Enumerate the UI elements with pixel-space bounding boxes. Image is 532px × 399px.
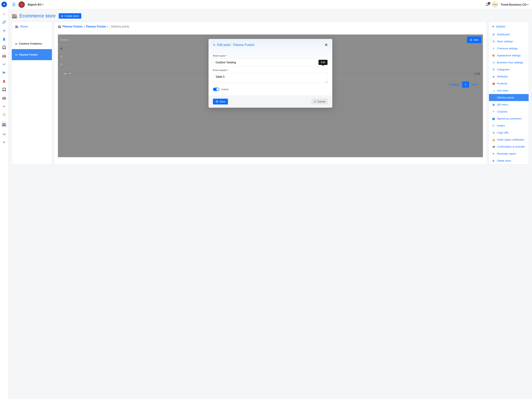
actions-heading: ➤ Actions <box>489 22 529 31</box>
user-icon[interactable] <box>2 37 6 41</box>
store-icon[interactable]: 🏬 <box>1 121 7 128</box>
action-label: Delete store <box>497 159 511 162</box>
action-icon: ▭ <box>492 89 495 92</box>
action-icon: ≡ <box>492 47 495 50</box>
action-icon: 🛒 <box>492 124 495 127</box>
action-item-signed-up-customers[interactable]: 👥Signed-up customers <box>489 115 529 122</box>
action-icon: 📦 <box>492 82 495 85</box>
svg-point-1 <box>3 38 5 39</box>
action-item-dashboard[interactable]: ⊞Dashboard <box>489 31 529 38</box>
wifi-icon[interactable] <box>2 28 6 33</box>
save-icon: 🖫 <box>215 100 218 103</box>
action-label: Store settings <box>497 40 513 43</box>
bot-icon[interactable]: 🤖 <box>2 54 6 58</box>
action-item-visit-store[interactable]: ▭Visit store <box>489 87 529 94</box>
store-link[interactable]: Flavour Fusion <box>63 25 82 28</box>
fire-icon[interactable]: ♨ <box>2 12 6 16</box>
reply-icon[interactable]: ↩ <box>2 62 6 66</box>
user-dropdown[interactable]: Rajesh BV ▾ <box>28 3 43 6</box>
action-item-confirmation-reminder[interactable]: 📣Confirmation & reminder <box>489 143 529 150</box>
action-label: Appearance settings <box>497 54 521 57</box>
action-item-coupons[interactable]: ✂Coupons <box>489 108 529 115</box>
action-label: Signed-up customers <box>497 117 522 120</box>
page-size-select[interactable]: 10 <box>61 71 71 76</box>
stores-heading: 🏬 Stores <box>12 22 52 31</box>
stores-panel: 🏬 Stores ▭ Couture Creations ▭ Flavour F… <box>12 22 52 164</box>
contact-icon[interactable]: ▭ <box>2 132 6 136</box>
action-item-copy-url[interactable]: ⧉Copy URL <box>489 129 529 136</box>
database-icon[interactable]: ≡ <box>2 140 6 144</box>
caret-down-icon: ▾ <box>42 3 43 6</box>
left-iconbar: ✦ ♨ 🔗 🎧 🤖 ↩ 🎧 🤖 ↩ ⍈ 🏬 ▭ ≡ <box>0 0 8 399</box>
page-1-button[interactable]: 1 <box>462 81 469 88</box>
link-icon[interactable]: 🔗 <box>2 20 6 24</box>
active-toggle[interactable] <box>213 88 219 91</box>
caret-down-icon: ▾ <box>527 3 528 6</box>
page-title: 🏬 Ecommerce store <box>12 13 56 19</box>
action-item-business-hour-settings[interactable]: 🕒Business hour settings <box>489 59 529 66</box>
action-icon: 📍 <box>492 96 495 99</box>
action-icon: ◈ <box>492 75 495 78</box>
topbar: ☰ Rajesh BV ▾ 0 Vision Trend Business CO… <box>8 0 532 9</box>
label-point-details: Point details * <box>213 69 328 71</box>
col-num: # <box>61 47 62 50</box>
store-item-flavour-fusion[interactable]: ▭ Flavour Fusion <box>12 49 52 60</box>
action-icon: ⧉ <box>492 131 495 134</box>
add-button[interactable]: ⊕ Add <box>467 37 481 43</box>
send-icon[interactable] <box>2 71 6 75</box>
close-icon: ✕ <box>314 100 316 103</box>
action-label: Coupons <box>497 110 507 113</box>
action-item-qr-menu[interactable]: ▦QR menu <box>489 101 529 108</box>
action-item-checkout-settings[interactable]: ≡Checkout settings <box>489 45 529 52</box>
bot-red-icon[interactable]: 🤖 <box>2 96 6 100</box>
modal-close-button[interactable]: ✕ <box>324 43 328 47</box>
point-name-input[interactable] <box>213 59 328 66</box>
svg-point-0 <box>4 32 4 32</box>
svg-point-2 <box>3 80 5 81</box>
action-item-delete-store[interactable]: 🗑Delete store <box>489 157 529 164</box>
next-button[interactable]: Next <box>469 81 480 88</box>
store-item-couture[interactable]: ▭ Couture Creations <box>12 38 52 49</box>
storefront-icon: ▭ <box>15 42 17 45</box>
share-icon[interactable]: ⍈ <box>2 113 6 117</box>
store-link-inner[interactable]: Flavour Fusion <box>86 25 106 28</box>
headset-icon[interactable]: 🎧 <box>2 45 6 49</box>
action-icon: 🕒 <box>492 61 495 64</box>
hamburger-icon[interactable]: ☰ <box>12 2 16 7</box>
notifications-button[interactable]: 0 <box>486 2 489 7</box>
center-panel: 🏬 Flavour Fusion ( Flavour Fusion ) : De… <box>54 22 487 164</box>
action-icon: ⊞ <box>492 33 495 36</box>
save-button[interactable]: 🖫 Save <box>213 99 228 105</box>
action-item-delivery-points[interactable]: 📍Delivery points <box>489 94 529 101</box>
action-item-categories[interactable]: ☰Categories <box>489 66 529 73</box>
action-item-products[interactable]: 📦Products <box>489 80 529 87</box>
table-zone: ⊕ Add # 1 2 10 1-2/2 Previous <box>58 34 483 157</box>
user-avatar[interactable] <box>19 1 25 8</box>
actions-panel: ➤ Actions ⊞Dashboard⚙Store settings≡Chec… <box>489 22 529 164</box>
cancel-button[interactable]: ✕ Cancel <box>311 99 328 105</box>
create-store-button[interactable]: ⊕ Create store <box>59 13 81 19</box>
action-item-attributes[interactable]: ◈Attributes <box>489 73 529 80</box>
point-details-input[interactable]: Table 5 <box>213 73 328 83</box>
modal-title: ✎ Edit point : Flavour Fusion <box>213 43 254 47</box>
user-red-icon[interactable] <box>2 79 6 83</box>
user-name: Rajesh BV <box>28 3 41 6</box>
business-dropdown[interactable]: Trend Business CO ▾ <box>501 3 528 6</box>
prev-button[interactable]: Previous <box>446 81 462 88</box>
business-name: Trend Business CO <box>501 3 527 6</box>
action-item-store-settings[interactable]: ⚙Store settings <box>489 38 529 45</box>
reply-red-icon[interactable]: ↩ <box>2 104 6 108</box>
action-item-reminder-report[interactable]: 👁Reminder report <box>489 150 529 157</box>
plus-circle-icon: ⊕ <box>61 14 63 17</box>
action-label: Order status notification <box>497 138 524 141</box>
label-point-name: Point name * <box>213 54 328 57</box>
search-input[interactable] <box>59 37 82 43</box>
action-label: Visit store <box>497 89 508 92</box>
headset-red-icon[interactable]: 🎧 <box>2 87 6 92</box>
action-item-order-status-notification[interactable]: 🔔Order status notification <box>489 136 529 143</box>
action-item-orders[interactable]: 🛒Orders <box>489 122 529 129</box>
action-icon: ⚙ <box>492 40 495 43</box>
action-icon: 🎨 <box>492 54 495 57</box>
action-label: Delivery points <box>497 96 514 99</box>
action-item-appearance-settings[interactable]: 🎨Appearance settings <box>489 52 529 59</box>
